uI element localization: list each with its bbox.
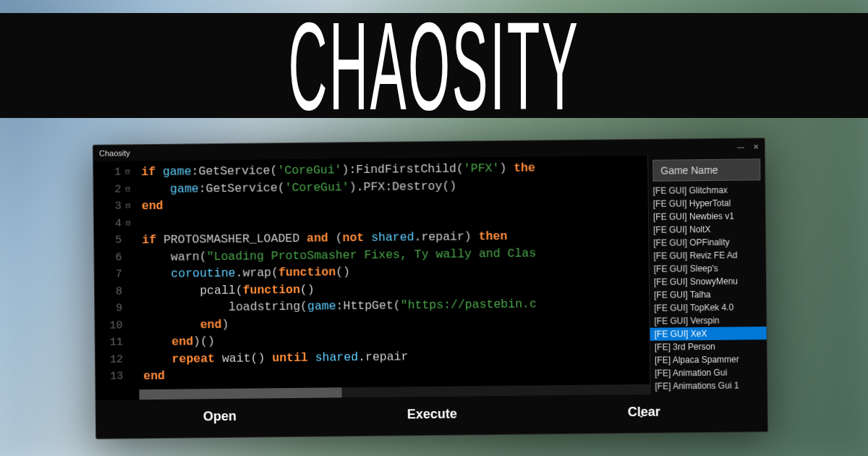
list-item[interactable]: [FE GUI] SnowyMenu bbox=[650, 274, 766, 289]
horizontal-scroll-thumb[interactable] bbox=[139, 387, 341, 400]
list-item[interactable]: [FE GUI] OPFinality bbox=[649, 235, 765, 250]
list-item[interactable]: [FE GUI] NoltX bbox=[649, 222, 765, 237]
list-item[interactable]: [FE] Alpaca Spammer bbox=[650, 352, 767, 367]
execute-button[interactable]: Execute bbox=[407, 407, 457, 423]
line-number-gutter: 12345678910111213 bbox=[93, 161, 127, 400]
script-list[interactable]: [FE GUI] Glitchmax[FE GUI] HyperTotal[FE… bbox=[649, 183, 767, 394]
list-item[interactable]: [FE] 3rd Person bbox=[650, 339, 767, 354]
list-item[interactable]: [FE] Animation Gui bbox=[650, 366, 767, 380]
list-item[interactable]: [FE GUI] TopKek 4.0 bbox=[650, 300, 766, 315]
list-item[interactable]: [FE GUI] Talha bbox=[650, 287, 766, 302]
app-title: CHAOSITY bbox=[289, 0, 580, 138]
list-item[interactable]: [FE GUI] Reviz FE Ad bbox=[649, 248, 765, 263]
close-icon[interactable]: ✕ bbox=[753, 143, 759, 151]
chevron-down-icon[interactable]: ⌄ bbox=[637, 407, 646, 421]
window-controls: — ✕ bbox=[737, 143, 759, 151]
minimize-icon[interactable]: — bbox=[737, 143, 744, 151]
list-item[interactable]: [FE GUI] HyperTotal bbox=[649, 196, 765, 211]
list-item[interactable]: [FE GUI] Glitchmax bbox=[649, 183, 765, 198]
executor-window: Chaosity — ✕ 12345678910111213 ⊟ ⊟ ⊟⊟ if… bbox=[93, 138, 768, 439]
code-content[interactable]: if game:GetService('CoreGui'):FindFirstC… bbox=[137, 156, 537, 400]
list-item[interactable]: [FE GUI] Verspin bbox=[650, 313, 766, 328]
window-title: Chaosity bbox=[99, 148, 130, 157]
open-button[interactable]: Open bbox=[203, 409, 237, 424]
script-list-header[interactable]: Game Name bbox=[652, 159, 760, 182]
list-item[interactable]: [FE] Animations Gui 1 bbox=[650, 379, 767, 393]
list-item[interactable]: [FE GUI] XeX bbox=[650, 326, 767, 341]
script-list-panel: Game Name [FE GUI] Glitchmax[FE GUI] Hyp… bbox=[647, 154, 767, 394]
code-editor[interactable]: 12345678910111213 ⊟ ⊟ ⊟⊟ if game:GetServ… bbox=[93, 156, 650, 400]
list-item[interactable]: [FE GUI] Newbies v1 bbox=[649, 209, 765, 224]
title-banner: CHAOSITY bbox=[0, 13, 868, 118]
list-item[interactable]: [FE GUI] Sleep's bbox=[650, 261, 766, 276]
action-buttons: Open Execute Clear bbox=[96, 393, 768, 439]
